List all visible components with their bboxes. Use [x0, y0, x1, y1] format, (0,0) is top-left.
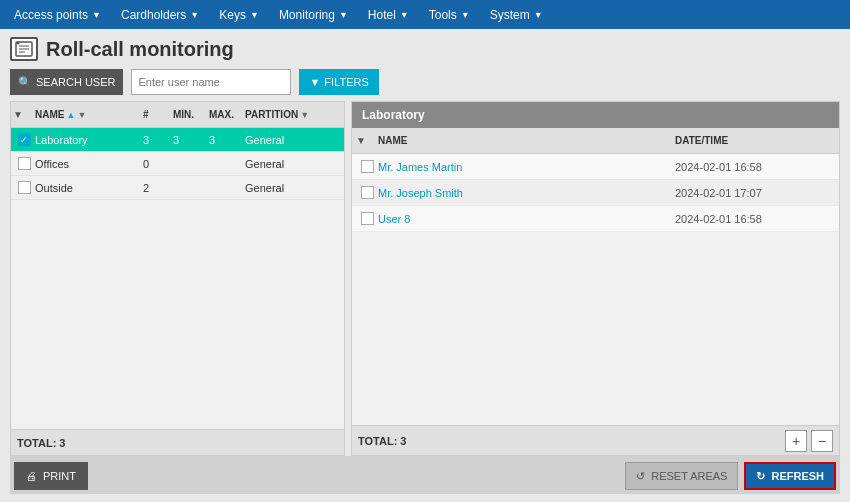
nav-cardholders[interactable]: Cardholders ▼: [111, 0, 209, 29]
right-table-header: ▼ NAME DATE/TIME: [352, 128, 839, 154]
right-table-row[interactable]: User 8 2024-02-01 16:58: [352, 206, 839, 232]
nav-cardholders-label: Cardholders: [121, 8, 186, 22]
reset-icon: ↺: [636, 470, 645, 483]
row-count: 3: [143, 134, 173, 146]
refresh-label: REFRESH: [771, 470, 824, 482]
nav-keys[interactable]: Keys ▼: [209, 0, 269, 29]
nav-cardholders-chevron: ▼: [190, 10, 199, 20]
partition-filter-icon: ▼: [300, 110, 309, 120]
left-panel: ▼ NAME ▲ ▼ # MIN. MAX. PARTITIO: [10, 101, 345, 456]
chevron-down-icon: ▼: [13, 109, 23, 120]
nav-system-label: System: [490, 8, 530, 22]
right-row-name: Mr. James Martin: [378, 161, 675, 173]
row-partition: General: [245, 134, 315, 146]
print-button[interactable]: 🖨 PRINT: [14, 462, 88, 490]
search-user-button[interactable]: 🔍 SEARCH USER: [10, 69, 123, 95]
svg-point-4: [17, 42, 20, 45]
nav-hotel[interactable]: Hotel ▼: [358, 0, 419, 29]
right-row-datetime: 2024-02-01 16:58: [675, 213, 835, 225]
col-max: MAX.: [209, 109, 245, 120]
search-input[interactable]: [131, 69, 291, 95]
filters-button[interactable]: ▼ FILTERS: [299, 69, 378, 95]
right-row-checkbox-cell[interactable]: [356, 212, 378, 225]
right-row-datetime: 2024-02-01 16:58: [675, 161, 835, 173]
remove-icon-button[interactable]: −: [811, 430, 833, 452]
row-count: 0: [143, 158, 173, 170]
right-panel-footer: TOTAL: 3 + −: [352, 425, 839, 455]
right-row-checkbox-cell[interactable]: [356, 186, 378, 199]
row-name: Outside: [35, 182, 125, 194]
bottom-right-buttons: ↺ RESET AREAS ↻ REFRESH: [625, 462, 836, 490]
nav-system[interactable]: System ▼: [480, 0, 553, 29]
person-link[interactable]: User 8: [378, 213, 410, 225]
row-partition: General: [245, 158, 315, 170]
row-checkbox-cell[interactable]: [13, 181, 35, 194]
table-row[interactable]: Offices 0 General: [11, 152, 344, 176]
print-label: PRINT: [43, 470, 76, 482]
nav-access-points-chevron: ▼: [92, 10, 101, 20]
nav-system-chevron: ▼: [534, 10, 543, 20]
col-partition: PARTITION ▼: [245, 109, 315, 120]
row-checkbox[interactable]: [18, 157, 31, 170]
rollcall-icon: [15, 41, 33, 57]
right-table-body: Mr. James Martin 2024-02-01 16:58 Mr. Jo…: [352, 154, 839, 425]
right-row-checkbox[interactable]: [361, 212, 374, 225]
top-navigation: Access points ▼ Cardholders ▼ Keys ▼ Mon…: [0, 0, 850, 29]
table-row[interactable]: Outside 2 General: [11, 176, 344, 200]
row-name: Offices: [35, 158, 125, 170]
right-row-checkbox[interactable]: [361, 186, 374, 199]
page-title-row: Roll-call monitoring: [10, 37, 840, 61]
person-link[interactable]: Mr. Joseph Smith: [378, 187, 463, 199]
row-checkbox[interactable]: [18, 133, 31, 146]
right-row-name: User 8: [378, 213, 675, 225]
nav-tools-label: Tools: [429, 8, 457, 22]
right-row-datetime: 2024-02-01 17:07: [675, 187, 835, 199]
nav-access-points[interactable]: Access points ▼: [4, 0, 111, 29]
nav-keys-label: Keys: [219, 8, 246, 22]
nav-monitoring[interactable]: Monitoring ▼: [269, 0, 358, 29]
table-row[interactable]: Laboratory 3 3 3 General: [11, 128, 344, 152]
nav-keys-chevron: ▼: [250, 10, 259, 20]
row-name: Laboratory: [35, 134, 125, 146]
search-user-label: SEARCH USER: [36, 76, 115, 88]
row-checkbox-cell[interactable]: [13, 133, 35, 146]
nav-monitoring-label: Monitoring: [279, 8, 335, 22]
nav-tools[interactable]: Tools ▼: [419, 0, 480, 29]
print-icon: 🖨: [26, 470, 37, 482]
left-table-body: Laboratory 3 3 3 General Offices 0: [11, 128, 344, 429]
plus-icon: +: [792, 433, 800, 449]
nav-hotel-label: Hotel: [368, 8, 396, 22]
filter-icon: ▼: [309, 76, 320, 88]
right-panel-header-text: Laboratory: [362, 108, 425, 122]
right-col-name: NAME: [378, 135, 675, 146]
right-total-label: TOTAL: 3: [358, 435, 406, 447]
reset-areas-button[interactable]: ↺ RESET AREAS: [625, 462, 738, 490]
nav-access-points-label: Access points: [14, 8, 88, 22]
row-checkbox-cell[interactable]: [13, 157, 35, 170]
row-checkbox[interactable]: [18, 181, 31, 194]
page-title: Roll-call monitoring: [46, 38, 234, 61]
right-table-row[interactable]: Mr. Joseph Smith 2024-02-01 17:07: [352, 180, 839, 206]
right-footer-buttons: + −: [785, 430, 833, 452]
right-col-check: ▼: [356, 135, 378, 146]
add-icon-button[interactable]: +: [785, 430, 807, 452]
right-chevron-icon: ▼: [356, 135, 366, 146]
filters-label: FILTERS: [324, 76, 368, 88]
right-table-row[interactable]: Mr. James Martin 2024-02-01 16:58: [352, 154, 839, 180]
minus-icon: −: [818, 433, 826, 449]
row-min: 3: [173, 134, 209, 146]
page-body: Roll-call monitoring 🔍 SEARCH USER ▼ FIL…: [0, 29, 850, 502]
reset-label: RESET AREAS: [651, 470, 727, 482]
person-link[interactable]: Mr. James Martin: [378, 161, 462, 173]
col-min: MIN.: [173, 109, 209, 120]
right-row-checkbox-cell[interactable]: [356, 160, 378, 173]
content-area: ▼ NAME ▲ ▼ # MIN. MAX. PARTITIO: [10, 101, 840, 456]
right-panel-header: Laboratory: [352, 102, 839, 128]
toolbar: 🔍 SEARCH USER ▼ FILTERS: [10, 69, 840, 95]
col-name: NAME ▲ ▼: [35, 109, 125, 120]
refresh-button[interactable]: ↻ REFRESH: [744, 462, 836, 490]
nav-tools-chevron: ▼: [461, 10, 470, 20]
right-panel: Laboratory ▼ NAME DATE/TIME: [351, 101, 840, 456]
right-row-checkbox[interactable]: [361, 160, 374, 173]
row-max: 3: [209, 134, 245, 146]
